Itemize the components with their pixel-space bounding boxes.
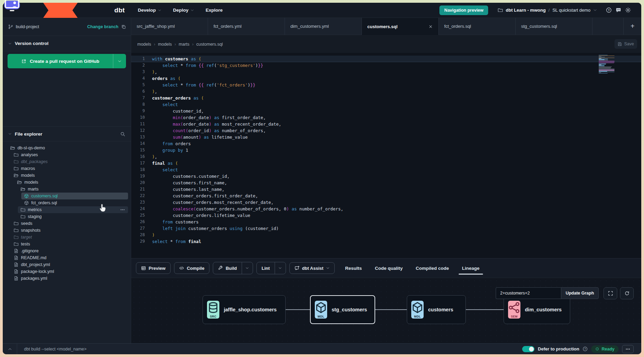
code-line-12[interactable]: 12 count(order_id) as number_of_orders, (131, 127, 641, 134)
create-pr-button-main[interactable]: Create a pull request on GitHub (8, 54, 113, 68)
code-line-1[interactable]: 1with customers as ( (131, 56, 641, 62)
panel-tab-results[interactable]: Results (345, 266, 362, 271)
preview-button[interactable]: Preview (136, 262, 171, 274)
tree-item-marts[interactable]: marts (18, 186, 128, 193)
editor-minimap[interactable] (599, 55, 617, 74)
code-line-25[interactable]: 25 customer_orders.lifetime_value (131, 212, 641, 219)
code-line-11[interactable]: 11 max(order_date) as most_recent_order_… (131, 121, 641, 127)
command-input[interactable]: dbt build --select <model_name> (24, 347, 87, 352)
code-line-10[interactable]: 10 min(order_date) as first_order_date, (131, 114, 641, 121)
close-icon[interactable] (428, 24, 433, 29)
code-line-29[interactable]: 29select * from final (131, 238, 641, 245)
tree-item-models[interactable]: models (14, 179, 128, 186)
code-line-21[interactable]: 21 customers.last_name, (131, 186, 641, 193)
code-line-18[interactable]: 18 select (131, 166, 641, 173)
code-line-22[interactable]: 22 customer_orders.first_order_date, (131, 193, 641, 199)
lineage-search-input[interactable] (496, 287, 561, 299)
create-pr-dropdown[interactable] (113, 54, 126, 68)
code-line-7[interactable]: 7customer_orders as ( (131, 95, 641, 101)
code-line-8[interactable]: 8 select (131, 101, 641, 108)
tree-item-tests[interactable]: tests (11, 241, 128, 247)
tab-customers-sql[interactable]: customers.sql (362, 18, 439, 35)
lineage-node-customers[interactable]: MDLcustomers (407, 295, 466, 324)
menu-develop[interactable]: Develop (138, 8, 161, 13)
row-menu-icon[interactable] (120, 207, 125, 212)
defer-toggle[interactable] (522, 346, 534, 352)
menu-deploy[interactable]: Deploy (173, 8, 194, 13)
code-line-17[interactable]: 17final as ( (131, 160, 641, 166)
tree-item-customers-sql[interactable]: customers.sql (21, 193, 128, 199)
tree-item-fct-orders-sql[interactable]: fct_orders.sql (21, 199, 128, 206)
change-branch-link[interactable]: Change branch (87, 24, 118, 29)
code-line-28[interactable]: 28) (131, 232, 641, 238)
compile-button[interactable]: Compile (174, 262, 209, 274)
tree-item-metrics[interactable]: metrics (18, 206, 128, 213)
code-line-13[interactable]: 13 sum(amount) as lifetime_value (131, 134, 641, 140)
version-control-header[interactable]: Version control (3, 36, 131, 51)
copy-icon[interactable] (121, 24, 126, 29)
tree-item-gitignore[interactable]: .gitignore (11, 247, 128, 254)
build-button-dropdown[interactable] (242, 262, 253, 274)
help-icon[interactable]: ? (606, 7, 612, 13)
code-line-15[interactable]: 15 group by 1 (131, 147, 641, 153)
tree-item-macros[interactable]: macros (11, 165, 128, 172)
tree-item-models[interactable]: models (11, 172, 128, 179)
code-line-3[interactable]: 3), (131, 69, 641, 75)
tab-fct-orders-yml[interactable]: fct_orders.yml (208, 18, 285, 35)
lineage-fullscreen-button[interactable] (603, 287, 617, 299)
tab-stg-customers-sql[interactable]: stg_customers.sql (516, 18, 593, 35)
tree-item-analyses[interactable]: analyses (11, 151, 128, 158)
tree-item-dbt-packages[interactable]: dbt_packages (11, 158, 128, 165)
tree-item-db-sl-qs-demo[interactable]: db-sl-qs-demo (8, 145, 128, 151)
code-editor[interactable]: 1with customers as (2 select * from {{ r… (131, 53, 641, 258)
tree-item-packages-yml[interactable]: packages.yml (11, 275, 128, 282)
lint-button[interactable]: Lint (257, 262, 275, 274)
tree-item-staging[interactable]: staging (18, 213, 128, 220)
dbt-assist-button[interactable]: dbt Assist (289, 262, 335, 274)
save-button[interactable]: Save (614, 39, 637, 49)
lineage-node-dim-customers[interactable]: SEMdim_customers (504, 295, 570, 324)
tab-fct-orders-sql[interactable]: fct_orders.sql (439, 18, 516, 35)
code-line-4[interactable]: 4orders as ( (131, 75, 641, 82)
tree-item-target[interactable]: target (11, 234, 128, 241)
new-tab-button[interactable]: + (623, 18, 641, 35)
code-line-24[interactable]: 24 coalesce(customer_orders.number_of_or… (131, 206, 641, 212)
menu-explore[interactable]: Explore (206, 8, 223, 13)
code-line-27[interactable]: 27 left join customer_orders using (cust… (131, 225, 641, 232)
panel-tab-lineage[interactable]: Lineage (462, 266, 480, 271)
lineage-node-jaffle-shop-customers[interactable]: SRCjaffle_shop.customers (203, 295, 286, 324)
account-project-switcher[interactable]: dbt Learn - mwong / SL quickstart demo (498, 8, 597, 13)
more-options-button[interactable] (622, 345, 634, 353)
lineage-node-stg-customers[interactable]: MDLstg_customers (310, 295, 375, 324)
code-line-2[interactable]: 2 select * from {{ ref('stg_customers')}… (131, 62, 641, 69)
build-button[interactable]: Build (213, 262, 242, 274)
code-line-19[interactable]: 19 customers.customer_id, (131, 173, 641, 180)
tab-dim-customers-yml[interactable]: dim_customers.yml (285, 18, 362, 35)
defer-help-icon[interactable]: ? (583, 346, 588, 352)
command-bar-collapse-button[interactable] (3, 344, 17, 354)
code-line-26[interactable]: 26 from customers (131, 219, 641, 225)
lint-button-dropdown[interactable] (275, 262, 286, 274)
code-line-5[interactable]: 5 select * from {{ ref('fct_orders')}} (131, 82, 641, 88)
code-line-16[interactable]: 16), (131, 153, 641, 160)
tree-item-readme-md[interactable]: README.md (11, 254, 128, 261)
tree-item-snapshots[interactable]: snapshots (11, 227, 128, 234)
update-graph-button[interactable]: Update Graph (561, 287, 599, 299)
panel-tab-compiled-code[interactable]: Compiled code (416, 266, 449, 271)
navigation-preview-button[interactable]: Navigation preview (439, 5, 488, 15)
tree-item-package-lock-yml[interactable]: package-lock.yml (11, 268, 128, 275)
code-line-14[interactable]: 14 from orders (131, 140, 641, 147)
search-icon[interactable] (120, 131, 125, 137)
code-line-6[interactable]: 6), (131, 88, 641, 95)
code-line-9[interactable]: 9 customer_id, (131, 108, 641, 114)
tab-src-jaffle-shop-yml[interactable]: src_jaffle_shop.yml (131, 18, 208, 35)
lineage-refresh-button[interactable] (620, 287, 634, 299)
lineage-canvas[interactable]: Update Graph SRCjaffle_shop.customersMDL… (131, 278, 641, 343)
create-pr-button[interactable]: Create a pull request on GitHub (8, 54, 126, 68)
gear-icon[interactable] (625, 7, 631, 13)
tree-item-dbt-project-yml[interactable]: dbt_project.yml (11, 261, 128, 268)
tree-item-seeds[interactable]: seeds (11, 220, 128, 227)
panel-tab-code-quality[interactable]: Code quality (375, 266, 403, 271)
code-line-20[interactable]: 20 customers.first_name, (131, 180, 641, 186)
feedback-chat-icon[interactable] (616, 7, 621, 13)
